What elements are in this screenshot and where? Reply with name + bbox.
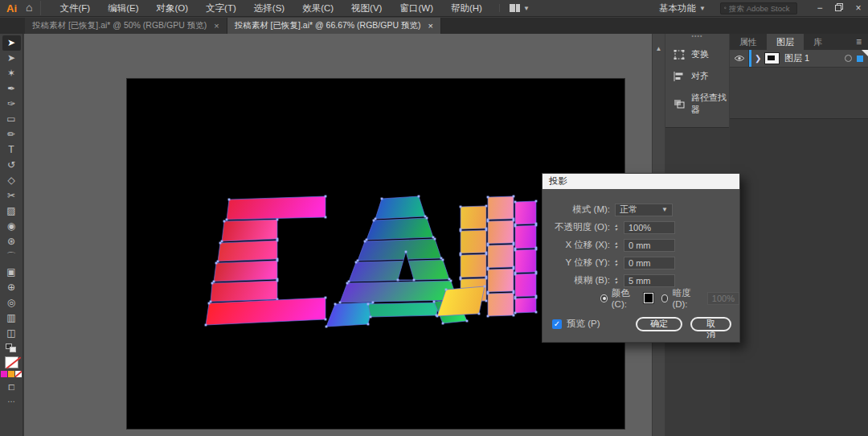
eyedropper-tool[interactable]: ◉: [2, 219, 21, 234]
letter-I: [436, 195, 538, 318]
home-icon[interactable]: ⌂: [24, 1, 41, 15]
swatch-none[interactable]: [15, 371, 22, 377]
rotate-tool[interactable]: ↺: [2, 158, 21, 173]
swap-fill-stroke-icon[interactable]: [6, 343, 17, 352]
graph-tool[interactable]: ▥: [2, 311, 21, 326]
layer-visibility-toggle[interactable]: [730, 50, 749, 67]
menu-item[interactable]: 编辑(E): [99, 0, 147, 16]
panel-tab-库[interactable]: 库: [804, 34, 832, 50]
paintbrush-tool[interactable]: ✏: [2, 127, 21, 142]
blur-stepper[interactable]: ▴▾: [615, 277, 622, 285]
layer-expander-icon[interactable]: ❯: [755, 54, 764, 63]
menu-items: 文件(F)编辑(E)对象(O)文字(T)选择(S)效果(C)视图(V)窗口(W)…: [51, 0, 490, 16]
panel-menu-icon[interactable]: ≡: [856, 34, 868, 50]
swatch-magenta[interactable]: [1, 371, 7, 377]
mode-value: 正常: [620, 204, 637, 216]
more-tools-button[interactable]: …: [7, 393, 15, 405]
tools-panel: ➤➤✶✒✑▭✏T↺◇✂▨◉⊛⌒▣⊕◎▥◫ ⧠ …: [0, 34, 23, 436]
selection-tool[interactable]: ➤: [2, 35, 21, 51]
y-offset-field[interactable]: 0 mm: [624, 257, 675, 269]
stock-search-box[interactable]: [720, 2, 797, 14]
shadow-color-swatch[interactable]: [644, 293, 653, 303]
y-offset-stepper[interactable]: ▴▾: [615, 259, 622, 267]
curvature-tool[interactable]: ✑: [2, 97, 21, 112]
type-tool[interactable]: T: [2, 142, 21, 158]
pen-tool[interactable]: ✒: [2, 81, 21, 97]
ok-button[interactable]: 确定: [636, 317, 682, 331]
layers-panel: ❯ 图层 1: [730, 50, 868, 119]
document-tab[interactable]: 投稿素材 [已恢复].ai* @ 50% (RGB/GPU 预览)×: [25, 18, 227, 34]
darkness-value: 100%: [712, 294, 735, 303]
tab-close-icon[interactable]: ×: [428, 21, 432, 31]
menu-item[interactable]: 选择(S): [245, 0, 293, 16]
chevron-down-icon: ▼: [661, 206, 668, 213]
document-tab[interactable]: 投稿素材 [已恢复].ai* @ 66.67% (RGB/GPU 预览)×: [227, 18, 441, 34]
color-radio[interactable]: [600, 294, 608, 302]
dock-drag-handle[interactable]: ••••: [665, 34, 729, 40]
workspace-switcher[interactable]: 基本功能 ▼: [659, 2, 706, 14]
eraser-tool[interactable]: ◇: [2, 173, 21, 188]
menu-item[interactable]: 文字(T): [197, 0, 245, 16]
opacity-value: 100%: [628, 223, 651, 232]
gradient-tool[interactable]: ▨: [2, 204, 21, 219]
layer-row[interactable]: ❯ 图层 1: [730, 50, 868, 68]
tab-close-icon[interactable]: ×: [214, 21, 219, 31]
cancel-button[interactable]: 取消: [690, 317, 731, 331]
document-tab-label: 投稿素材 [已恢复].ai* @ 50% (RGB/GPU 预览): [32, 20, 207, 31]
x-offset-field[interactable]: 0 mm: [624, 239, 675, 252]
layer-thumbnail[interactable]: [764, 52, 780, 64]
fill-none-indicator[interactable]: [5, 356, 18, 368]
menu-item[interactable]: 文件(F): [51, 0, 99, 16]
close-button[interactable]: ×: [849, 2, 868, 14]
darkness-field: 100%: [707, 292, 739, 305]
swatch-orange[interactable]: [8, 371, 14, 377]
panel-tab-图层[interactable]: 图层: [767, 34, 804, 50]
color-label: 颜色 (C):: [612, 287, 642, 309]
darkness-radio[interactable]: [661, 294, 669, 302]
direct-selection-tool[interactable]: ➤: [2, 51, 21, 66]
menu-item[interactable]: 视图(V): [342, 0, 391, 16]
illustrator-logo[interactable]: Ai: [0, 2, 24, 14]
darkness-label: 暗度 (D):: [672, 287, 702, 309]
panel-tab-属性[interactable]: 属性: [730, 34, 767, 50]
menu-item[interactable]: 帮助(H): [442, 0, 491, 16]
opacity-stepper[interactable]: ▴▾: [615, 224, 622, 232]
preview-checkbox[interactable]: ✓: [552, 319, 562, 329]
x-offset-stepper[interactable]: ▴▾: [615, 241, 622, 249]
scissors-tool[interactable]: ✂: [2, 188, 21, 204]
mode-label: 模式 (M):: [542, 204, 610, 216]
menu-item[interactable]: 窗口(W): [391, 0, 442, 16]
dialog-title[interactable]: 投影: [542, 174, 739, 189]
blur-value: 5 mm: [628, 276, 651, 286]
rectangle-tool[interactable]: ▭: [2, 112, 21, 127]
y-offset-value: 0 mm: [628, 258, 651, 268]
menu-item[interactable]: 效果(C): [293, 0, 342, 16]
layer-selected-bar: [749, 50, 751, 67]
chevron-down-icon: ▼: [699, 5, 706, 12]
scroll-up-icon[interactable]: ▲: [653, 34, 665, 52]
arc-tool[interactable]: ⌒: [2, 249, 21, 265]
layer-name[interactable]: 图层 1: [784, 52, 845, 64]
blur-field[interactable]: 5 mm: [624, 274, 675, 287]
opacity-field[interactable]: 100%: [624, 221, 675, 234]
restore-button[interactable]: [829, 2, 849, 14]
rotate-view-tool[interactable]: ⊕: [2, 280, 21, 295]
panel-button-transform[interactable]: 变换: [665, 43, 729, 65]
panel-button-pathfinder[interactable]: 路径查找器: [665, 87, 729, 121]
menu-item[interactable]: 对象(O): [148, 0, 198, 16]
panel-button-label: 路径查找器: [691, 92, 729, 116]
shape-builder-tool[interactable]: ◫: [2, 326, 21, 341]
draw-mode-icon[interactable]: ⧠: [8, 381, 14, 393]
layer-target-icon[interactable]: [845, 55, 852, 62]
magic-wand-tool[interactable]: ✶: [2, 66, 21, 81]
blend-tool[interactable]: ⊛: [2, 234, 21, 249]
zoom-tool[interactable]: ◎: [2, 295, 21, 311]
search-input[interactable]: [729, 4, 793, 13]
blur-label: 模糊 (B):: [542, 274, 610, 286]
mode-dropdown[interactable]: 正常 ▼: [615, 204, 673, 216]
right-dock: 属性图层库 ≡ ❯ 图层 1: [730, 34, 868, 436]
minimize-button[interactable]: −: [810, 2, 829, 14]
artboard-tool[interactable]: ▣: [2, 265, 21, 280]
arrange-documents-control[interactable]: ▼: [499, 4, 530, 12]
panel-button-align[interactable]: 对齐: [665, 65, 729, 87]
